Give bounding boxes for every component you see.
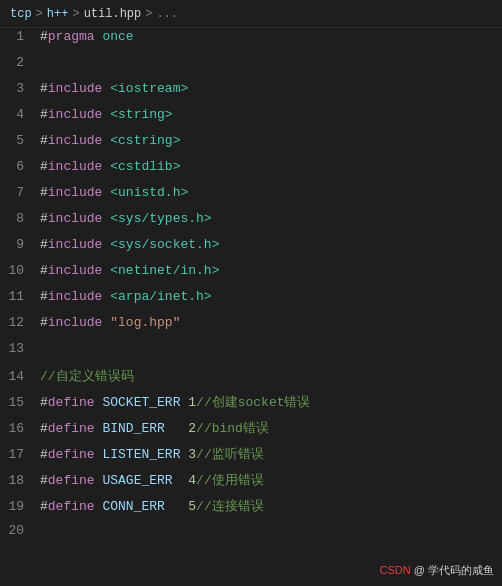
- hash-token: #: [40, 395, 48, 410]
- line-number: 6: [0, 159, 40, 174]
- comment-token: //bind错误: [196, 421, 269, 436]
- line-content: #pragma once: [40, 29, 134, 44]
- inc-bracket-token: <sys/socket.h>: [110, 237, 219, 252]
- code-line: 4#include <string>: [0, 106, 502, 132]
- breadcrumb-folder: h++: [47, 7, 69, 21]
- code-line: 11#include <arpa/inet.h>: [0, 288, 502, 314]
- line-number: 1: [0, 29, 40, 44]
- inc-bracket-token: <iostream>: [110, 81, 188, 96]
- kw-include-token: include: [48, 263, 103, 278]
- kw-include-token: include: [48, 315, 103, 330]
- code-line: 13: [0, 340, 502, 366]
- line-number: 20: [0, 523, 40, 538]
- line-number: 3: [0, 81, 40, 96]
- kw-include-token: include: [48, 237, 103, 252]
- line-content: #include "log.hpp": [40, 315, 180, 330]
- line-content: #include <cstring>: [40, 133, 180, 148]
- code-line: 1#pragma once: [0, 28, 502, 54]
- line-content: //自定义错误码: [40, 367, 134, 385]
- comment-token: //创建socket错误: [196, 395, 310, 410]
- code-line: 9#include <sys/socket.h>: [0, 236, 502, 262]
- macro-val-token: 5: [188, 499, 196, 514]
- space-token: [165, 421, 188, 436]
- code-line: 19#define CONN_ERR 5//连接错误: [0, 496, 502, 522]
- code-line: 15#define SOCKET_ERR 1//创建socket错误: [0, 392, 502, 418]
- line-number: 12: [0, 315, 40, 330]
- line-content: #include <string>: [40, 107, 173, 122]
- line-number: 10: [0, 263, 40, 278]
- macro-name-token: CONN_ERR: [102, 499, 164, 514]
- hash-token: #: [40, 263, 48, 278]
- kw-define-token: define: [48, 473, 95, 488]
- code-line: 16#define BIND_ERR 2//bind错误: [0, 418, 502, 444]
- code-line: 7#include <unistd.h>: [0, 184, 502, 210]
- inc-bracket-token: <sys/types.h>: [110, 211, 211, 226]
- kw-pragma-token: pragma: [48, 29, 95, 44]
- watermark-user: 学代码的咸鱼: [428, 564, 494, 576]
- line-number: 9: [0, 237, 40, 252]
- breadcrumb-file: util.hpp: [84, 7, 142, 21]
- inc-bracket-token: <unistd.h>: [110, 185, 188, 200]
- watermark-csdn: CSDN: [380, 564, 411, 576]
- comment-token: //监听错误: [196, 447, 264, 462]
- hash-token: #: [40, 107, 48, 122]
- line-number: 17: [0, 447, 40, 462]
- code-line: 3#include <iostream>: [0, 80, 502, 106]
- kw-include-token: include: [48, 107, 103, 122]
- inc-bracket-token: <cstring>: [110, 133, 180, 148]
- code-line: 20: [0, 522, 502, 548]
- macro-name-token: LISTEN_ERR: [102, 447, 180, 462]
- line-content: #include <iostream>: [40, 81, 188, 96]
- hash-token: #: [40, 473, 48, 488]
- code-line: 18#define USAGE_ERR 4//使用错误: [0, 470, 502, 496]
- line-number: 2: [0, 55, 40, 70]
- code-area: 1#pragma once23#include <iostream>4#incl…: [0, 28, 502, 548]
- line-content: #include <sys/types.h>: [40, 211, 212, 226]
- breadcrumb-sep1: >: [36, 7, 43, 21]
- breadcrumb-bar: tcp > h++ > util.hpp > ...: [0, 0, 502, 28]
- kw-include-token: include: [48, 185, 103, 200]
- kw-once-token: once: [102, 29, 133, 44]
- watermark: CSDN @ 学代码的咸鱼: [380, 563, 494, 578]
- code-line: 14//自定义错误码: [0, 366, 502, 392]
- space-token: [173, 473, 189, 488]
- comment-token: //连接错误: [196, 499, 264, 514]
- line-content: #define USAGE_ERR 4//使用错误: [40, 471, 264, 489]
- line-content: #define LISTEN_ERR 3//监听错误: [40, 445, 264, 463]
- line-number: 14: [0, 369, 40, 384]
- line-content: #define CONN_ERR 5//连接错误: [40, 497, 264, 515]
- inc-bracket-token: <cstdlib>: [110, 159, 180, 174]
- kw-define-token: define: [48, 421, 95, 436]
- hash-token: #: [40, 133, 48, 148]
- code-line: 8#include <sys/types.h>: [0, 210, 502, 236]
- line-number: 7: [0, 185, 40, 200]
- space-token: [165, 499, 188, 514]
- macro-val-token: 2: [188, 421, 196, 436]
- inc-quote-token: "log.hpp": [110, 315, 180, 330]
- line-number: 16: [0, 421, 40, 436]
- line-content: #include <sys/socket.h>: [40, 237, 219, 252]
- macro-name-token: BIND_ERR: [102, 421, 164, 436]
- hash-token: #: [40, 29, 48, 44]
- hash-token: #: [40, 237, 48, 252]
- line-content: #include <unistd.h>: [40, 185, 188, 200]
- line-number: 18: [0, 473, 40, 488]
- hash-token: #: [40, 499, 48, 514]
- line-content: #define SOCKET_ERR 1//创建socket错误: [40, 393, 311, 411]
- code-line: 12#include "log.hpp": [0, 314, 502, 340]
- comment-token: //使用错误: [196, 473, 264, 488]
- breadcrumb-root: tcp: [10, 7, 32, 21]
- macro-val-token: 4: [188, 473, 196, 488]
- line-number: 13: [0, 341, 40, 356]
- code-line: 5#include <cstring>: [0, 132, 502, 158]
- kw-include-token: include: [48, 81, 103, 96]
- macro-val-token: 3: [188, 447, 196, 462]
- breadcrumb-ellipsis: ...: [156, 7, 178, 21]
- code-line: 6#include <cstdlib>: [0, 158, 502, 184]
- inc-bracket-token: <arpa/inet.h>: [110, 289, 211, 304]
- code-line: 17#define LISTEN_ERR 3//监听错误: [0, 444, 502, 470]
- comment-token: //自定义错误码: [40, 369, 134, 384]
- kw-define-token: define: [48, 499, 95, 514]
- watermark-at: @: [414, 564, 425, 576]
- kw-include-token: include: [48, 211, 103, 226]
